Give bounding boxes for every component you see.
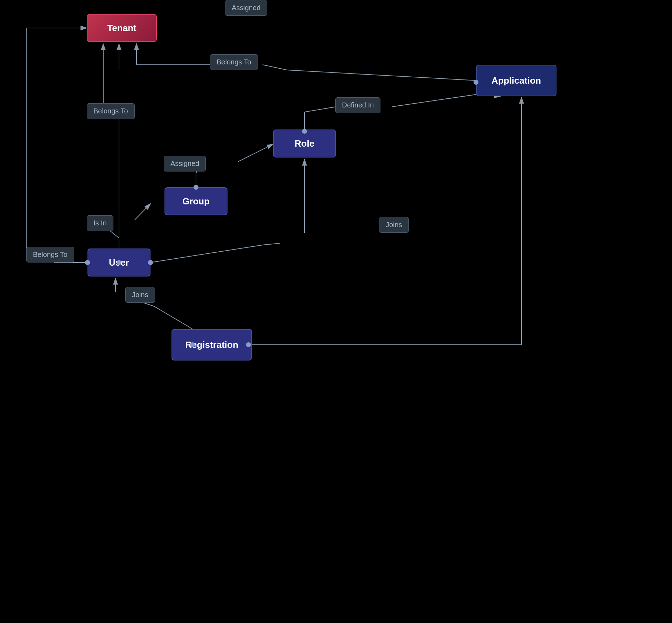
belongs-to-label-middle: Belongs To	[87, 103, 135, 119]
group-node[interactable]: Group	[164, 187, 227, 215]
role-node[interactable]: Role	[273, 130, 336, 158]
connections-svg	[0, 0, 672, 623]
registration-left-dot	[190, 342, 195, 347]
belongs-to-label-top: Belongs To	[210, 54, 258, 70]
group-top-dot	[194, 185, 198, 190]
registration-right-dot	[246, 342, 251, 347]
joins-label-bottom: Joins	[125, 287, 155, 303]
is-in-label: Is In	[87, 215, 113, 231]
defined-in-label: Defined In	[335, 97, 380, 113]
tenant-node[interactable]: Tenant	[87, 14, 157, 42]
application-left-dot	[474, 80, 478, 85]
user-right-dot	[148, 260, 153, 265]
role-top-dot	[302, 129, 307, 134]
user-bottom-dot	[117, 260, 121, 265]
application-node[interactable]: Application	[476, 65, 556, 96]
registration-node[interactable]: Registration	[172, 329, 252, 360]
belongs-to-label-left: Belongs To	[26, 247, 74, 262]
joins-label-right: Joins	[379, 217, 409, 233]
assigned-label-bottom: Assigned	[225, 0, 267, 16]
user-left-dot	[85, 260, 90, 265]
diagram-container: Belongs To Belongs To Belongs To Defined…	[0, 0, 672, 623]
assigned-label-top: Assigned	[164, 156, 206, 172]
